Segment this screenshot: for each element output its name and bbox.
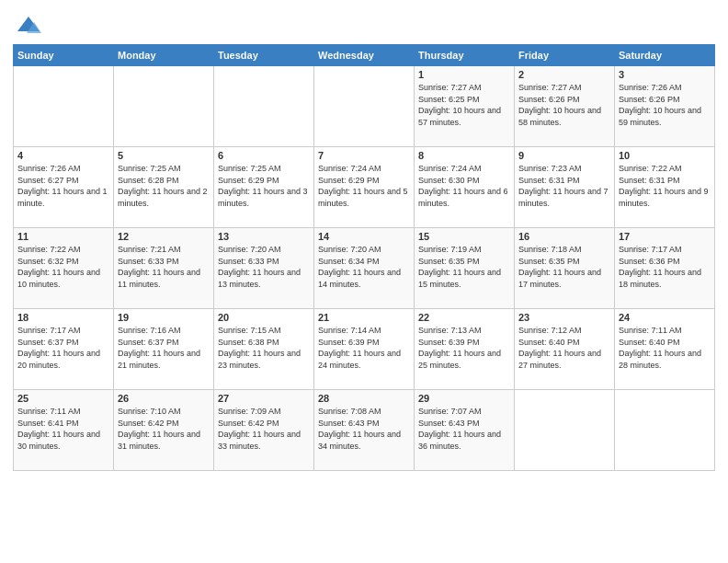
cell-info: Sunrise: 7:17 AM Sunset: 6:36 PM Dayligh… (619, 244, 711, 290)
calendar-cell: 10Sunrise: 7:22 AM Sunset: 6:31 PM Dayli… (615, 147, 715, 228)
cell-info: Sunrise: 7:25 AM Sunset: 6:28 PM Dayligh… (118, 163, 210, 209)
calendar-cell: 8Sunrise: 7:24 AM Sunset: 6:30 PM Daylig… (415, 147, 515, 228)
cell-info: Sunrise: 7:16 AM Sunset: 6:37 PM Dayligh… (118, 325, 210, 371)
day-number: 6 (218, 150, 310, 161)
cell-info: Sunrise: 7:11 AM Sunset: 6:41 PM Dayligh… (17, 406, 109, 452)
calendar-cell: 23Sunrise: 7:12 AM Sunset: 6:40 PM Dayli… (515, 309, 615, 390)
day-number: 21 (318, 312, 410, 323)
cell-info: Sunrise: 7:10 AM Sunset: 6:42 PM Dayligh… (118, 406, 210, 452)
day-number: 18 (17, 312, 109, 323)
cell-info: Sunrise: 7:19 AM Sunset: 6:35 PM Dayligh… (418, 244, 510, 290)
day-number: 28 (318, 393, 410, 404)
calendar-cell: 5Sunrise: 7:25 AM Sunset: 6:28 PM Daylig… (114, 147, 214, 228)
logo-icon (16, 13, 41, 39)
cell-info: Sunrise: 7:27 AM Sunset: 6:26 PM Dayligh… (518, 82, 610, 128)
day-number: 7 (318, 150, 410, 161)
calendar-cell: 2Sunrise: 7:27 AM Sunset: 6:26 PM Daylig… (515, 66, 615, 147)
cell-info: Sunrise: 7:24 AM Sunset: 6:30 PM Dayligh… (418, 163, 510, 209)
day-number: 5 (118, 150, 210, 161)
header-row: SundayMondayTuesdayWednesdayThursdayFrid… (14, 45, 715, 66)
calendar-cell: 1Sunrise: 7:27 AM Sunset: 6:25 PM Daylig… (415, 66, 515, 147)
calendar-cell: 26Sunrise: 7:10 AM Sunset: 6:42 PM Dayli… (114, 390, 214, 471)
cell-info: Sunrise: 7:08 AM Sunset: 6:43 PM Dayligh… (318, 406, 410, 452)
calendar-cell: 25Sunrise: 7:11 AM Sunset: 6:41 PM Dayli… (14, 390, 114, 471)
calendar-cell (114, 66, 214, 147)
day-number: 24 (619, 312, 711, 323)
calendar-cell (515, 390, 615, 471)
calendar-cell: 4Sunrise: 7:26 AM Sunset: 6:27 PM Daylig… (14, 147, 114, 228)
calendar-cell: 11Sunrise: 7:22 AM Sunset: 6:32 PM Dayli… (14, 228, 114, 309)
weekday-header: Tuesday (214, 45, 314, 66)
calendar-cell: 20Sunrise: 7:15 AM Sunset: 6:38 PM Dayli… (214, 309, 314, 390)
cell-info: Sunrise: 7:21 AM Sunset: 6:33 PM Dayligh… (118, 244, 210, 290)
logo (13, 13, 41, 39)
calendar-week: 18Sunrise: 7:17 AM Sunset: 6:37 PM Dayli… (14, 309, 715, 390)
day-number: 15 (418, 231, 510, 242)
calendar-cell: 12Sunrise: 7:21 AM Sunset: 6:33 PM Dayli… (114, 228, 214, 309)
calendar-cell: 29Sunrise: 7:07 AM Sunset: 6:43 PM Dayli… (415, 390, 515, 471)
cell-info: Sunrise: 7:13 AM Sunset: 6:39 PM Dayligh… (418, 325, 510, 371)
calendar-cell: 7Sunrise: 7:24 AM Sunset: 6:29 PM Daylig… (314, 147, 415, 228)
cell-info: Sunrise: 7:26 AM Sunset: 6:26 PM Dayligh… (619, 82, 711, 128)
weekday-header: Thursday (415, 45, 515, 66)
calendar-cell: 3Sunrise: 7:26 AM Sunset: 6:26 PM Daylig… (615, 66, 715, 147)
day-number: 29 (418, 393, 510, 404)
weekday-header: Sunday (14, 45, 114, 66)
day-number: 20 (218, 312, 310, 323)
weekday-header: Monday (114, 45, 214, 66)
cell-info: Sunrise: 7:22 AM Sunset: 6:32 PM Dayligh… (17, 244, 109, 290)
calendar-cell: 24Sunrise: 7:11 AM Sunset: 6:40 PM Dayli… (615, 309, 715, 390)
calendar-cell: 18Sunrise: 7:17 AM Sunset: 6:37 PM Dayli… (14, 309, 114, 390)
cell-info: Sunrise: 7:07 AM Sunset: 6:43 PM Dayligh… (418, 406, 510, 452)
day-number: 27 (218, 393, 310, 404)
day-number: 4 (17, 150, 109, 161)
weekday-header: Friday (515, 45, 615, 66)
calendar-cell (214, 66, 314, 147)
day-number: 1 (418, 69, 510, 80)
day-number: 9 (518, 150, 610, 161)
cell-info: Sunrise: 7:26 AM Sunset: 6:27 PM Dayligh… (17, 163, 109, 209)
calendar-cell (615, 390, 715, 471)
cell-info: Sunrise: 7:18 AM Sunset: 6:35 PM Dayligh… (518, 244, 610, 290)
calendar-cell: 9Sunrise: 7:23 AM Sunset: 6:31 PM Daylig… (515, 147, 615, 228)
day-number: 10 (619, 150, 711, 161)
day-number: 26 (118, 393, 210, 404)
calendar-week: 11Sunrise: 7:22 AM Sunset: 6:32 PM Dayli… (14, 228, 715, 309)
calendar-page: SundayMondayTuesdayWednesdayThursdayFrid… (0, 0, 728, 563)
calendar-cell: 14Sunrise: 7:20 AM Sunset: 6:34 PM Dayli… (314, 228, 415, 309)
calendar-cell: 27Sunrise: 7:09 AM Sunset: 6:42 PM Dayli… (214, 390, 314, 471)
cell-info: Sunrise: 7:20 AM Sunset: 6:33 PM Dayligh… (218, 244, 310, 290)
day-number: 12 (118, 231, 210, 242)
day-number: 13 (218, 231, 310, 242)
day-number: 3 (619, 69, 711, 80)
day-number: 2 (518, 69, 610, 80)
cell-info: Sunrise: 7:27 AM Sunset: 6:25 PM Dayligh… (418, 82, 510, 128)
cell-info: Sunrise: 7:15 AM Sunset: 6:38 PM Dayligh… (218, 325, 310, 371)
calendar-cell: 28Sunrise: 7:08 AM Sunset: 6:43 PM Dayli… (314, 390, 415, 471)
weekday-header: Saturday (615, 45, 715, 66)
calendar-week: 4Sunrise: 7:26 AM Sunset: 6:27 PM Daylig… (14, 147, 715, 228)
day-number: 16 (518, 231, 610, 242)
day-number: 8 (418, 150, 510, 161)
weekday-header: Wednesday (314, 45, 415, 66)
day-number: 23 (518, 312, 610, 323)
cell-info: Sunrise: 7:25 AM Sunset: 6:29 PM Dayligh… (218, 163, 310, 209)
day-number: 14 (318, 231, 410, 242)
calendar-cell: 13Sunrise: 7:20 AM Sunset: 6:33 PM Dayli… (214, 228, 314, 309)
calendar-cell: 22Sunrise: 7:13 AM Sunset: 6:39 PM Dayli… (415, 309, 515, 390)
calendar-cell (314, 66, 415, 147)
day-number: 22 (418, 312, 510, 323)
calendar-cell: 21Sunrise: 7:14 AM Sunset: 6:39 PM Dayli… (314, 309, 415, 390)
calendar-cell (14, 66, 114, 147)
calendar-cell: 15Sunrise: 7:19 AM Sunset: 6:35 PM Dayli… (415, 228, 515, 309)
cell-info: Sunrise: 7:23 AM Sunset: 6:31 PM Dayligh… (518, 163, 610, 209)
cell-info: Sunrise: 7:22 AM Sunset: 6:31 PM Dayligh… (619, 163, 711, 209)
cell-info: Sunrise: 7:24 AM Sunset: 6:29 PM Dayligh… (318, 163, 410, 209)
calendar-table: SundayMondayTuesdayWednesdayThursdayFrid… (13, 44, 715, 471)
day-number: 17 (619, 231, 711, 242)
calendar-cell: 6Sunrise: 7:25 AM Sunset: 6:29 PM Daylig… (214, 147, 314, 228)
header (13, 9, 715, 39)
calendar-cell: 19Sunrise: 7:16 AM Sunset: 6:37 PM Dayli… (114, 309, 214, 390)
cell-info: Sunrise: 7:17 AM Sunset: 6:37 PM Dayligh… (17, 325, 109, 371)
cell-info: Sunrise: 7:14 AM Sunset: 6:39 PM Dayligh… (318, 325, 410, 371)
